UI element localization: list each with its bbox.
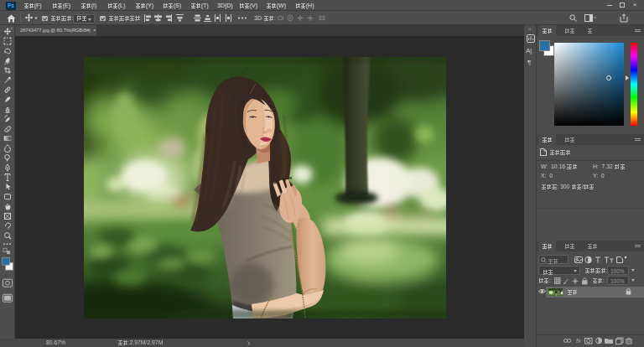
svg-text:fx: fx — [576, 338, 581, 344]
svg-text:»: » — [10, 25, 13, 30]
